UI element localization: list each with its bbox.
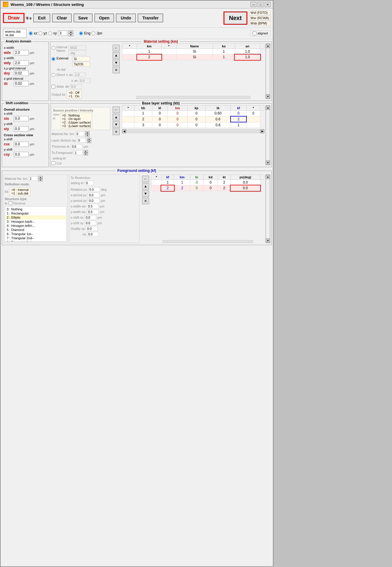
list-item[interactable]: 3 : Hexagon top/b… — [6, 220, 66, 224]
jpn-radio[interactable] — [91, 31, 95, 35]
table-row[interactable]: 2 2 0 0 2 0.0 — [152, 185, 264, 191]
sty-input[interactable] — [14, 126, 29, 132]
yz-radio[interactable] — [39, 31, 42, 35]
stx-input[interactable] — [14, 116, 29, 121]
list-item[interactable]: 8 : Triangular 3rd– — [6, 240, 66, 242]
kp-spin-down[interactable]: ▼ — [87, 140, 91, 143]
kf-spin-up[interactable]: ▲ — [84, 150, 88, 153]
minimize-button[interactable]: — — [251, 2, 256, 7]
cut-checkbox[interactable] — [51, 161, 55, 165]
xz-radio[interactable] — [29, 31, 33, 35]
table-row[interactable]: 2 Si 1 1.0 — [122, 54, 264, 60]
spin-up[interactable]: ▲ — [69, 30, 73, 33]
bl-x-btn[interactable]: ✕ — [113, 129, 120, 135]
kd-box[interactable]: =0 : Internal =1 : sub.dat — [9, 187, 31, 196]
wy-input[interactable] — [87, 209, 99, 214]
csx-input[interactable] — [14, 142, 29, 147]
wdy-input[interactable] — [14, 60, 29, 66]
bl-scroll-up[interactable]: ▲ — [266, 106, 270, 110]
source-dropdown[interactable]: =0 : Nothing =1 : On layer =2 : (Upper s… — [61, 113, 92, 129]
list-item[interactable]: 1 : Rectangular — [6, 211, 66, 215]
fg-hscrollbar[interactable] — [163, 240, 253, 243]
bl-scroll-down[interactable]: ▼ — [266, 161, 270, 165]
km-spin-up[interactable]: ▲ — [85, 131, 89, 134]
an-input[interactable] — [74, 72, 86, 77]
mat-down-arrow[interactable]: ▼ — [113, 59, 120, 66]
bl-up-arrow[interactable]: ▲ — [113, 114, 120, 120]
kr-input[interactable] — [85, 181, 94, 185]
undo-button[interactable]: Undo — [116, 14, 136, 22]
km-spin-down[interactable]: ▼ — [85, 134, 89, 137]
dxy-input[interactable] — [14, 71, 29, 76]
exit-button[interactable]: Exit — [33, 14, 50, 22]
mat-up-arrow[interactable]: ▲ — [113, 52, 120, 59]
next-button[interactable]: Next — [223, 11, 247, 25]
save-button[interactable]: Save — [74, 14, 93, 22]
mat-hscrollbar[interactable] — [136, 96, 250, 99]
ps-input[interactable] — [88, 187, 100, 192]
xy-radio[interactable] — [48, 31, 52, 35]
external-val1[interactable] — [72, 56, 90, 61]
fg-km-input[interactable] — [29, 176, 37, 181]
xp-input[interactable] — [86, 226, 98, 231]
draw-button[interactable]: Draw — [3, 13, 24, 23]
bl-scroll-right[interactable]: ▶ — [260, 129, 264, 133]
structure-type-list[interactable]: 0 : Nothing 1 : Rectangular 2 : Elliptic… — [5, 206, 66, 242]
axis-spin[interactable] — [58, 31, 67, 36]
kp-input[interactable] — [77, 138, 86, 143]
wx-input[interactable] — [87, 204, 99, 209]
table-row[interactable]: 1 1 0 0 2 0.0 — [152, 180, 264, 185]
wdx-input[interactable] — [14, 50, 29, 55]
eng-radio[interactable] — [79, 31, 83, 35]
list-item-selected[interactable]: 2 : Elliptic — [6, 215, 66, 220]
fg-down-arrow[interactable]: ▼ — [142, 190, 149, 197]
external-radio[interactable] — [51, 57, 55, 61]
kf-spin-down[interactable]: ▼ — [84, 153, 88, 155]
bl-left-arrow[interactable]: ← — [113, 107, 120, 113]
table-row[interactable]: 1 0 0 0 0.60 0 0 — [122, 111, 264, 117]
maximize-button[interactable]: □ — [258, 2, 263, 7]
fg-up-arrow[interactable]: ▲ — [142, 183, 149, 189]
px-input[interactable] — [88, 193, 99, 197]
sx-input[interactable] — [84, 215, 96, 220]
fg-km-down[interactable]: ▼ — [39, 179, 43, 181]
external-val2[interactable] — [72, 62, 90, 66]
close-button[interactable]: ✕ — [265, 2, 271, 7]
source-km-input[interactable] — [75, 132, 84, 136]
spin-down[interactable]: ▼ — [69, 33, 73, 36]
internal-radio[interactable] — [51, 46, 55, 50]
mat-scroll-down[interactable]: ▼ — [266, 94, 270, 99]
ab-input[interactable] — [70, 84, 82, 89]
mat-x-btn[interactable]: ✕ — [113, 67, 120, 73]
fg-scroll-up[interactable]: ▲ — [266, 175, 270, 179]
mat-left-arrow[interactable]: ← — [113, 45, 120, 51]
sy-input[interactable] — [84, 221, 96, 225]
fg-x-btn[interactable]: ✕ — [142, 198, 149, 204]
tk-input[interactable] — [71, 144, 82, 149]
fg-scroll-down[interactable]: ▼ — [266, 239, 270, 243]
fg-left-arrow[interactable]: ← — [142, 176, 149, 182]
list-item[interactable]: 5 : Diamond — [6, 228, 66, 232]
xq-input[interactable] — [87, 232, 99, 237]
table-row[interactable]: 1 Si 1 1.0 — [122, 49, 264, 54]
reverse-checkbox[interactable] — [9, 201, 12, 205]
abbe-checkbox[interactable] — [51, 85, 55, 89]
list-item[interactable]: 7 : Triangular 2nd– — [6, 236, 66, 240]
bl-down-arrow[interactable]: ▼ — [113, 121, 120, 128]
list-item[interactable]: 6 : Triangular 1st– — [6, 232, 66, 236]
dz-input[interactable] — [14, 81, 29, 86]
ak-input[interactable] — [79, 78, 91, 83]
list-item[interactable]: 4 : Hexagon left/ri… — [6, 224, 66, 228]
kp-spin-up[interactable]: ▲ — [87, 138, 91, 140]
clear-button[interactable]: Clear — [52, 14, 72, 22]
aligned-checkbox[interactable] — [253, 31, 256, 35]
list-item[interactable]: 0 : Nothing — [6, 207, 66, 211]
transfer-button[interactable]: Transfer — [138, 14, 163, 22]
kf-input[interactable] — [74, 150, 83, 155]
table-row[interactable]: 3 0 0 0 0.6 1 — [122, 122, 264, 128]
mat-scroll-up[interactable]: ▲ — [266, 44, 270, 48]
direct-radio[interactable] — [51, 73, 55, 77]
fg-km-up[interactable]: ▲ — [39, 176, 43, 179]
internal-val1[interactable] — [69, 45, 86, 50]
bl-scroll-left[interactable]: ◀ — [122, 129, 126, 133]
